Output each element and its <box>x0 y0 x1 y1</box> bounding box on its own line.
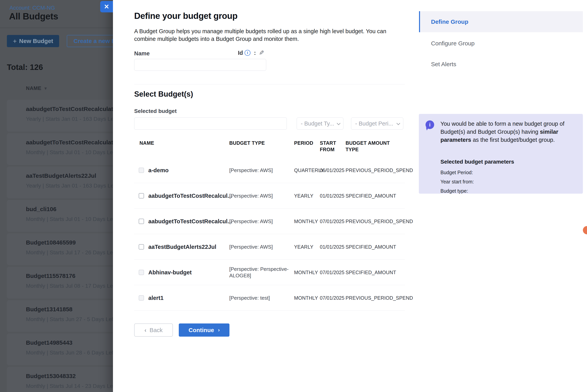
budget-name: Budget153048332 <box>26 373 76 380</box>
continue-chevron-icon: › <box>218 327 220 333</box>
cell-name: aabudgetToTestCostRecalcul... <box>148 218 232 224</box>
row-checkbox[interactable] <box>139 193 144 198</box>
selected-budget-input[interactable] <box>134 118 287 130</box>
cell-period: YEARLY <box>294 193 313 198</box>
budget-name: bud_cli106 <box>26 206 56 212</box>
budget-meta: Monthly | Starts Jul 08 - 17 Days Left <box>26 283 113 289</box>
account-breadcrumb-link[interactable]: Account: CCM-NG <box>10 5 55 11</box>
step-configure-group[interactable]: Configure Group <box>431 40 475 47</box>
parameter-label: Year start from: <box>440 177 474 186</box>
row-checkbox[interactable] <box>139 218 144 224</box>
back-chevron-icon: ‹ <box>144 327 146 334</box>
table-row[interactable]: alert1 [Perspective: test] MONTHLY 07/01… <box>134 285 405 311</box>
screen: Account: CCM-NG All Budgets + New Budget… <box>0 0 587 392</box>
budget-meta: Yearly | Starts Jan 01 - 163 Days Left <box>26 183 113 189</box>
budget-list-item[interactable]: aabudgetToTestCostRecalculation1 Yearly … <box>7 100 113 132</box>
continue-label: Continue <box>188 327 214 334</box>
row-checkbox[interactable] <box>139 168 144 173</box>
budget-name: aaTestBudgetAlerts22Jul <box>26 172 96 179</box>
budget-list-item[interactable]: bud_cli106 Monthly | Starts Jul 01 - 10 … <box>7 200 113 232</box>
info-text-after: as the first budget/budget group. <box>471 137 555 143</box>
new-budget-button[interactable]: + New Budget <box>7 35 59 47</box>
cell-start-from: 07/01/2025 <box>320 218 344 224</box>
budget-name: aabudgetToTestCostRecalculation2 <box>26 139 113 146</box>
close-drawer-button[interactable]: ✕ <box>100 1 113 12</box>
select-budgets-heading: Select Budget(s) <box>134 90 193 98</box>
selected-budget-label: Selected budget <box>134 108 176 114</box>
row-checkbox[interactable] <box>139 270 144 275</box>
cell-start-from: 06/01/2025 <box>320 167 344 173</box>
name-column-label: NAME <box>26 85 42 91</box>
id-info-icon[interactable]: i <box>244 50 250 56</box>
cell-budget-amount-type: SPECIFIED_AMOUNT <box>346 270 396 275</box>
table-row[interactable]: aabudgetToTestCostRecalcul... [Perspecti… <box>134 208 405 234</box>
step-define-group-label: Define Group <box>431 18 468 25</box>
new-budget-label: New Budget <box>19 38 53 44</box>
table-row[interactable]: a-demo [Perspective: AWS] QUARTERLY 06/0… <box>134 158 405 183</box>
budget-type-filter[interactable]: - Budget Ty... <box>297 118 344 130</box>
budget-meta: Monthly | Starts Jun 27 - 5 Days Left <box>26 316 113 322</box>
info-bubble-icon: i <box>426 120 434 129</box>
chevron-down-icon <box>337 121 340 125</box>
cell-budget-amount-type: SPECIFIED_AMOUNT <box>346 193 396 198</box>
info-panel-text: You would be able to form a new budget g… <box>440 120 578 144</box>
budget-list-item[interactable]: Budget115578176 Monthly | Starts Jul 08 … <box>7 267 113 298</box>
table-row[interactable]: Abhinav-budget [Perspective: Perspective… <box>134 260 405 285</box>
header-divider <box>0 28 113 28</box>
budget-table-body: a-demo [Perspective: AWS] QUARTERLY 06/0… <box>134 158 405 311</box>
row-checkbox[interactable] <box>139 244 144 250</box>
budget-list-item[interactable]: Budget13141858 Monthly | Starts Jun 27 -… <box>7 300 113 332</box>
budget-list-item[interactable]: aabudgetToTestCostRecalculation2 Monthly… <box>7 133 113 165</box>
budget-meta: Monthly | Starts Jul 17 - 26 Days Left <box>26 250 113 256</box>
back-button[interactable]: ‹ Back <box>134 324 173 336</box>
parameter-label: Budget type: <box>440 186 474 196</box>
all-budgets-page-dimmed: Account: CCM-NG All Budgets + New Budget… <box>0 0 113 392</box>
budget-list-item[interactable]: Budget153048332 Monthly | Starts Jul 14 … <box>7 367 113 392</box>
cell-budget-amount-type: SPECIFIED_AMOUNT <box>346 244 396 250</box>
step-set-alerts[interactable]: Set Alerts <box>431 61 456 68</box>
budget-name: Budget14985443 <box>26 339 72 346</box>
cell-budget-type: [Perspective: AWS] <box>229 167 289 174</box>
column-header-budget-amount-type: BUDGET AMOUNT TYPE <box>346 140 391 153</box>
continue-button[interactable]: Continue › <box>179 324 230 336</box>
cell-start-from: 07/01/2025 <box>320 295 344 301</box>
create-budget-group-label: Create a new B <box>74 38 113 44</box>
cell-name: aaTestBudgetAlerts22Jul <box>148 244 216 250</box>
step-set-alerts-label: Set Alerts <box>431 61 456 67</box>
budget-name: aabudgetToTestCostRecalculation1 <box>26 106 113 112</box>
budget-list: aabudgetToTestCostRecalculation1 Yearly … <box>7 100 113 392</box>
cell-start-from: 01/01/2025 <box>320 193 344 198</box>
section-divider <box>134 84 405 84</box>
cell-budget-type: [Perspective: AWS] <box>229 218 289 224</box>
budget-list-item[interactable]: Budget108465599 Monthly | Starts Jul 17 … <box>7 233 113 265</box>
budget-meta: Monthly | Starts Jul 01 - 10 Days Left <box>26 149 113 156</box>
column-header-budget-type: BUDGET TYPE <box>229 140 265 146</box>
table-row[interactable]: aabudgetToTestCostRecalcul... [Perspecti… <box>134 183 405 208</box>
name-column-header[interactable]: NAME ▾ <box>26 85 47 91</box>
column-header-name: NAME <box>140 140 154 146</box>
cell-period: MONTHLY <box>294 270 318 275</box>
table-row[interactable]: aaTestBudgetAlerts22Jul [Perspective: AW… <box>134 234 405 260</box>
budget-meta: Yearly | Starts Jan 01 - 163 Days Left <box>26 116 113 122</box>
budget-meta: Monthly | Starts Jun 28 - 6 Days Left <box>26 350 113 356</box>
drawer-description: A Budget Group helps you manage multiple… <box>134 28 404 43</box>
cell-period: MONTHLY <box>294 218 318 224</box>
budget-list-item[interactable]: aaTestBudgetAlerts22Jul Yearly | Starts … <box>7 166 113 198</box>
plus-icon: + <box>13 38 17 44</box>
step-define-group[interactable]: Define Group <box>419 11 583 32</box>
info-panel: i You would be able to form a new budget… <box>419 114 583 194</box>
budget-period-filter[interactable]: - Budget Peri... <box>351 118 403 130</box>
row-checkbox[interactable] <box>139 295 144 300</box>
sort-caret-icon: ▾ <box>44 86 47 91</box>
cell-budget-type: [Perspective: Perspective-ALOGE8] <box>229 266 289 279</box>
create-budget-group-button[interactable]: Create a new B <box>67 35 113 47</box>
page-title: All Budgets <box>9 11 58 22</box>
cell-start-from: 07/01/2025 <box>320 270 344 275</box>
budget-list-item[interactable]: Budget14985443 Monthly | Starts Jun 28 -… <box>7 334 113 365</box>
cell-budget-amount-type: PREVIOUS_PERIOD_SPEND <box>346 218 413 224</box>
close-icon: ✕ <box>104 3 109 10</box>
group-name-input[interactable] <box>134 59 266 71</box>
budget-name: Budget13141858 <box>26 306 72 313</box>
edit-id-icon[interactable]: ✎ <box>259 49 264 56</box>
step-configure-group-label: Configure Group <box>431 40 475 46</box>
